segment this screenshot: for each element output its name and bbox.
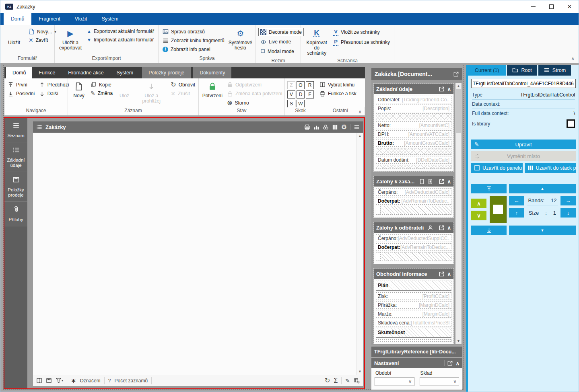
field-netto[interactable]: Netto:[AmountNetC] [376,121,451,129]
question-icon[interactable]: ? [108,378,111,384]
jump-key-d[interactable]: D [297,90,305,99]
scroll-down-icon[interactable]: ▼ [457,339,460,343]
list-canvas[interactable] [33,133,356,375]
paste-clipboard-button[interactable]: V Vložit ze schránky [332,28,391,37]
functions-print-button[interactable]: Funkce a tisk [318,90,358,97]
scroll-up-icon[interactable]: ▲ [358,134,362,138]
new-record-button[interactable]: Nový [70,80,88,99]
maximize-button[interactable] [542,0,560,13]
ribbon-tab-fragment[interactable]: Fragment [31,13,68,25]
dock-to-stack-button[interactable]: Uzavřít do stack p... [525,163,576,173]
last-record-button[interactable]: Poslední [6,90,37,97]
field-dph[interactable]: DPH:[AmountVATCCalc] [376,130,451,138]
section-header[interactable]: Obchodní informace ∧ [374,269,453,279]
move-to-top-button[interactable] [471,184,507,193]
settings-gear-icon[interactable]: ⚙ [341,124,347,130]
refresh-button[interactable]: ↻ Obnovit [169,81,197,89]
list-menu-icon[interactable] [36,124,42,130]
field-brutto[interactable]: Brutto:[AmountGrossCCalc] [376,139,451,147]
list-scrollbar[interactable]: ▲ ▼ [356,133,363,375]
save-view-button[interactable]: Ulož a prohlížej [134,80,168,104]
collapse-icon[interactable]: ∧ [455,360,459,366]
save-export-button[interactable]: ▶ Uložit a exportovat [57,27,84,51]
bands-decrease-button[interactable]: ← [509,196,524,205]
hamburger-menu-icon[interactable] [354,124,360,130]
size-decrease-button[interactable]: ↓ [560,208,576,218]
nudge-up-button[interactable]: ▲ [509,184,576,193]
new-form-button[interactable]: Nový... ▾ [27,28,58,35]
detail-scrollbar[interactable]: ▲ ▼ [455,83,462,344]
asterisk-icon[interactable]: ∗ [71,378,76,384]
external-link-icon[interactable] [439,225,445,231]
pencil-icon[interactable]: ✎ [345,378,350,384]
field-docerpat[interactable]: Dočerpat:[AdvRemainToDeduc.. [376,197,451,205]
jump-key-w[interactable]: W [297,100,305,108]
image-admin-button[interactable]: Správa obrázků [161,28,226,35]
sidebar-item-seznam[interactable]: Seznam [4,118,27,142]
confirm-button[interactable]: Potvrzení [200,80,225,99]
size-increase-button[interactable]: ↑ [509,208,524,218]
field-datum-dodani[interactable]: Datum dodání:[DDelDateCalc] [376,156,451,164]
bands-increase-button[interactable]: → [560,196,576,205]
form-ribbon-collapse-button[interactable]: ∧ [358,109,362,115]
section-header[interactable]: Zálohy k odběrateli ∧ [374,222,453,233]
copy-clipboard-button[interactable]: K Kopírovat do schránky [303,27,330,56]
field-prirazka[interactable]: Přirážka:[MarginDCalc] [376,301,451,309]
info-panel-button[interactable]: i Zobrazit info panel [161,46,226,53]
chart-icon[interactable] [313,124,319,130]
document-lines-icon[interactable] [427,179,433,185]
export-form-button[interactable]: ▲ Exportovat aktuální formulář [85,28,156,35]
is-library-checkbox[interactable] [567,119,575,128]
jump-key-r[interactable]: R [306,81,314,89]
tab-current[interactable]: Current (1) [468,65,506,76]
section-nastaveni-header[interactable]: Nastavení ∧ [371,358,462,368]
external-link-icon[interactable] [439,179,445,185]
grid-add-icon[interactable] [354,378,360,384]
section-header[interactable]: Základní údaje ∧ [374,84,453,94]
collapse-icon[interactable]: ∧ [447,86,451,92]
field-cerpano[interactable]: Čerpáno:[AdvDeductedSuppICC.. [376,234,451,242]
modal-mode-button[interactable]: Modal mode [258,47,304,56]
edit-button[interactable]: ✎ Upravit [471,140,576,149]
band-down-button[interactable]: ∨ [471,211,486,220]
form-tab-dokumenty[interactable]: Dokumenty [193,67,231,78]
decorate-mode-button[interactable]: Decorate mode [258,28,304,36]
jump-key-s[interactable]: S [287,100,295,108]
scroll-thumb[interactable] [456,89,461,133]
swap-place-button[interactable]: Vyměnit místo [471,151,576,161]
close-form-button[interactable]: ✕ Zavřít [27,37,58,44]
ribbon-tab-vlozit[interactable]: Vložit [68,13,95,25]
sidebar-item-polozky-prodeje[interactable]: Položky prodeje [4,172,27,202]
record-count-label[interactable]: Počet záznamů [114,378,148,384]
sidebar-item-zakladni-udaje[interactable]: Základní údaje [4,142,27,172]
jump-key-f[interactable]: F [306,90,314,99]
print-icon[interactable] [304,124,310,130]
move-clipboard-button[interactable]: P Přesunout ze schránky [332,38,391,47]
live-mode-button[interactable]: Live mode [258,37,304,46]
tab-strom[interactable]: Strom [538,65,571,76]
change-confirm-date-button[interactable]: Změna data potvrzení [225,90,284,97]
obdobi-select[interactable]: ∨ [375,377,414,386]
external-link-icon[interactable] [439,86,445,92]
system-password-button[interactable]: ⚙ Systémové heslo [228,27,253,51]
ribbon-tab-system[interactable]: Systém [94,13,126,25]
scroll-up-icon[interactable]: ▲ [457,84,460,88]
refresh-icon[interactable]: ↻ [325,378,330,384]
sidebar-item-prilohy[interactable]: Přílohy [4,202,27,226]
copy-record-button[interactable]: Kopie [89,81,114,88]
jump-key-v[interactable]: V [287,90,295,99]
external-link-icon[interactable] [439,271,445,277]
field-zisk[interactable]: Zisk:[ProfitCCalc] [376,292,451,300]
external-link-icon[interactable] [447,360,453,366]
field-skladova-cena[interactable]: Skladová cena:[TotalItemsPriceSt.. [376,319,451,326]
field-marze[interactable]: Marže:[MarginCalc] [376,310,451,318]
field-odberatel[interactable]: Odběratel:[TradingPartnerId.Co.. [376,96,451,103]
jump-key-z[interactable]: Z [287,81,295,89]
move-to-bottom-button[interactable] [471,226,507,235]
mark-label[interactable]: Označení [80,378,100,384]
select-book-button[interactable]: Vybrat knihu [318,81,358,88]
person-document-icon[interactable] [427,225,433,231]
book-icon[interactable] [36,378,42,384]
save-record-button[interactable]: Ulož [115,80,134,99]
external-link-icon[interactable] [453,71,459,77]
